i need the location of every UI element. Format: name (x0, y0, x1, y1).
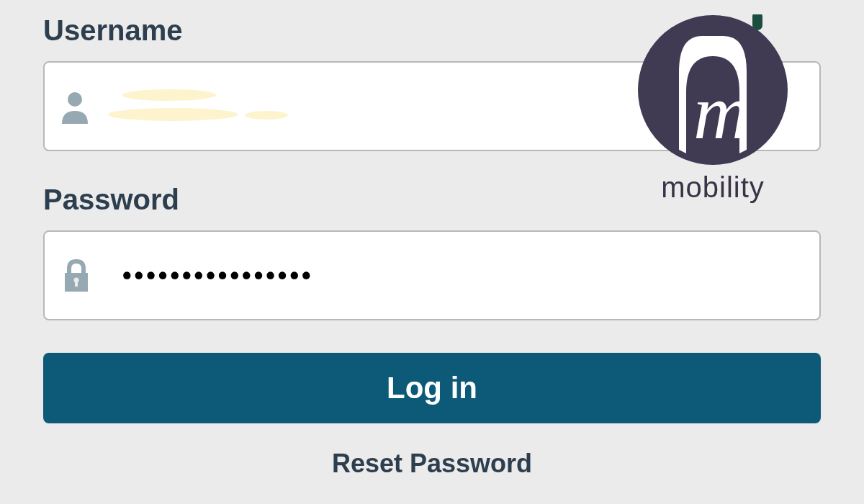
user-icon (59, 89, 94, 124)
mobility-logo-icon: m (637, 14, 788, 166)
username-value-redacted (122, 85, 295, 128)
svg-point-3 (68, 92, 82, 107)
reset-password-link[interactable]: Reset Password (43, 449, 821, 479)
password-input-group[interactable]: •••••••••••••••• (43, 230, 821, 320)
svg-text:m: m (693, 69, 750, 155)
brand-logo-text: mobility (637, 171, 788, 204)
login-button[interactable]: Log in (43, 353, 821, 423)
password-masked-value: •••••••••••••••• (122, 261, 314, 291)
lock-icon (59, 258, 94, 293)
brand-logo: m mobility (637, 14, 788, 204)
svg-rect-6 (75, 280, 78, 287)
